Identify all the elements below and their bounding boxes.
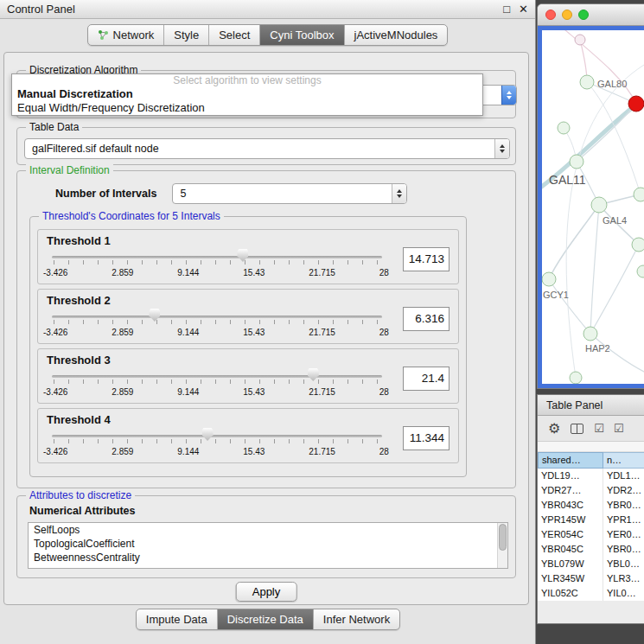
scale-tick-label: 21.715 bbox=[309, 328, 335, 337]
tab-style[interactable]: Style bbox=[163, 25, 208, 45]
threshold-2-slider[interactable] bbox=[52, 309, 382, 324]
close-icon[interactable]: ✕ bbox=[519, 3, 528, 16]
network-node-hap2[interactable] bbox=[583, 327, 597, 341]
tab-network[interactable]: Network bbox=[88, 25, 164, 45]
threshold-3-label: Threshold 3 bbox=[47, 354, 111, 367]
network-frame: GAL80 GAL11 GAL4 GCY1 HAP2 bbox=[538, 26, 644, 388]
float-window-icon[interactable]: □ bbox=[503, 3, 510, 16]
tab-network-label: Network bbox=[113, 29, 155, 41]
combo-stepper-icon[interactable] bbox=[501, 86, 516, 105]
list-item-topologicalcoefficient[interactable]: TopologicalCoefficient bbox=[29, 537, 507, 551]
tab-discretize-data[interactable]: Discretize Data bbox=[217, 609, 313, 629]
table-panel-toolbar: ⚙ ☑ ☑ bbox=[538, 416, 644, 442]
table-row[interactable]: YDL19…YDL1… bbox=[538, 469, 644, 483]
columns-icon[interactable] bbox=[571, 424, 583, 434]
gear-icon[interactable]: ⚙ bbox=[548, 422, 560, 436]
scale-tick-label: 21.715 bbox=[309, 447, 335, 456]
scale-tick-label: -3.426 bbox=[43, 447, 67, 456]
network-node[interactable] bbox=[575, 35, 585, 45]
threshold-1-slider[interactable] bbox=[52, 249, 382, 265]
scale-tick-label: 9.144 bbox=[177, 268, 199, 277]
numerical-attributes-list[interactable]: SelfLoops TopologicalCoefficient Between… bbox=[28, 522, 508, 569]
scale-tick-label: 21.715 bbox=[309, 268, 335, 277]
network-node[interactable] bbox=[570, 372, 582, 384]
table-row[interactable]: YBL079WYBL0… bbox=[538, 557, 644, 571]
network-canvas[interactable]: GAL80 GAL11 GAL4 GCY1 HAP2 bbox=[542, 30, 644, 384]
slider-scale: -3.426 2.859 9.144 15.43 21.715 28 bbox=[43, 447, 389, 456]
scale-tick-label: 28 bbox=[379, 328, 389, 337]
table-data-combobox-value: galFiltered.sif default node bbox=[25, 139, 494, 158]
threshold-3-value-field[interactable]: 21.4 bbox=[403, 367, 450, 391]
tab-impute-data[interactable]: Impute Data bbox=[137, 609, 217, 629]
network-node[interactable] bbox=[634, 188, 644, 201]
scrollbar-thumb[interactable] bbox=[499, 524, 507, 551]
network-node[interactable] bbox=[637, 265, 644, 277]
slider-ticks bbox=[54, 260, 380, 265]
network-node-gal4[interactable] bbox=[591, 197, 607, 213]
popup-option-equal-width-frequency[interactable]: Equal Width/Frequency Discretization bbox=[12, 101, 482, 115]
column-header-shared-name[interactable]: shared… bbox=[538, 452, 603, 469]
network-node[interactable] bbox=[632, 238, 644, 252]
table-data-combobox[interactable]: galFiltered.sif default node bbox=[24, 138, 510, 159]
scale-tick-label: -3.426 bbox=[43, 387, 67, 397]
tab-select[interactable]: Select bbox=[208, 25, 259, 45]
table-row[interactable]: YER054CYER0… bbox=[538, 527, 644, 542]
tab-jactivemnodules[interactable]: jActiveMNodules bbox=[344, 25, 448, 45]
table-row[interactable]: YDR27…YDR2… bbox=[538, 483, 644, 498]
slider-track bbox=[52, 316, 382, 318]
tab-cyni-toolbox[interactable]: Cyni Toolbox bbox=[259, 25, 343, 45]
threshold-2-value-field[interactable]: 6.316 bbox=[403, 307, 450, 331]
popup-option-manual-discretization[interactable]: Manual Discretization bbox=[12, 87, 482, 101]
checkbox-icon[interactable]: ☑ bbox=[594, 423, 603, 434]
combo-stepper-icon[interactable] bbox=[494, 139, 509, 158]
slider-ticks bbox=[54, 379, 380, 384]
scale-tick-label: 9.144 bbox=[177, 447, 199, 456]
checkbox-icon[interactable]: ☑ bbox=[614, 423, 623, 434]
network-node-gcy1[interactable] bbox=[542, 272, 556, 286]
table-row[interactable]: YIL052CYIL0… bbox=[538, 586, 644, 601]
scale-tick-label: -3.426 bbox=[43, 328, 67, 337]
list-item-betweennesscentrality[interactable]: BetweennessCentrality bbox=[29, 551, 507, 564]
thresholds-group-title: Threshold's Coordinates for 5 Intervals bbox=[39, 210, 224, 222]
popup-hint: Select algorithm to view settings bbox=[12, 74, 482, 87]
close-traffic-light-icon[interactable] bbox=[545, 10, 556, 20]
list-scrollbar[interactable] bbox=[497, 523, 507, 568]
table-row[interactable]: YBR045CYBR0… bbox=[538, 542, 644, 557]
minimize-traffic-light-icon[interactable] bbox=[562, 10, 572, 20]
network-icon bbox=[98, 29, 109, 41]
number-of-intervals-combobox[interactable]: 5 bbox=[172, 183, 407, 204]
top-tab-bar: Network Style Select Cyni Toolbox jActiv… bbox=[0, 19, 535, 50]
list-item-selfloops[interactable]: SelfLoops bbox=[29, 523, 507, 537]
network-node-gal80[interactable] bbox=[580, 75, 594, 89]
scale-tick-label: 2.859 bbox=[112, 268, 133, 277]
number-of-intervals-label: Number of Intervals bbox=[55, 188, 156, 200]
network-view-window: GAL80 GAL11 GAL4 GCY1 HAP2 bbox=[537, 3, 644, 389]
tab-infer-network[interactable]: Infer Network bbox=[313, 609, 399, 629]
network-node-gal11[interactable] bbox=[570, 155, 583, 169]
threshold-4-slider[interactable] bbox=[52, 428, 382, 443]
combo-stepper-icon[interactable] bbox=[392, 184, 406, 203]
node-label-gal80: GAL80 bbox=[597, 79, 627, 89]
threshold-1-panel: Threshold 1 -3.426 2.859 9.144 15.43 21.… bbox=[37, 229, 459, 284]
table-row[interactable]: YLR345WYLR3… bbox=[538, 571, 644, 586]
threshold-3-slider[interactable] bbox=[52, 368, 382, 384]
threshold-2-label: Threshold 2 bbox=[47, 294, 111, 307]
network-node[interactable] bbox=[558, 122, 570, 134]
column-header-name[interactable]: n… bbox=[603, 452, 644, 469]
scale-tick-label: 21.715 bbox=[309, 387, 335, 397]
table-row[interactable]: YBR043CYBR0… bbox=[538, 498, 644, 513]
slider-track bbox=[52, 435, 382, 437]
threshold-2-panel: Threshold 2 -3.426 2.859 9.144 15.43 21.… bbox=[37, 289, 459, 344]
zoom-traffic-light-icon[interactable] bbox=[578, 10, 589, 20]
threshold-4-value-field[interactable]: 11.344 bbox=[403, 426, 450, 450]
table-body: YDL19…YDL1… YDR27…YDR2… YBR043CYBR0… YPR… bbox=[538, 469, 644, 601]
scale-tick-label: 2.859 bbox=[112, 387, 133, 397]
network-node-red-selected[interactable] bbox=[628, 96, 644, 112]
algorithm-dropdown-popup: Select algorithm to view settings Manual… bbox=[11, 73, 483, 116]
node-label-gal4: GAL4 bbox=[603, 215, 627, 226]
scale-tick-label: 15.43 bbox=[243, 268, 265, 277]
table-row[interactable]: YPR145WYPR1… bbox=[538, 513, 644, 527]
table-filter-row bbox=[538, 442, 644, 452]
threshold-1-value-field[interactable]: 14.713 bbox=[403, 247, 450, 271]
apply-button[interactable]: Apply bbox=[236, 582, 297, 602]
